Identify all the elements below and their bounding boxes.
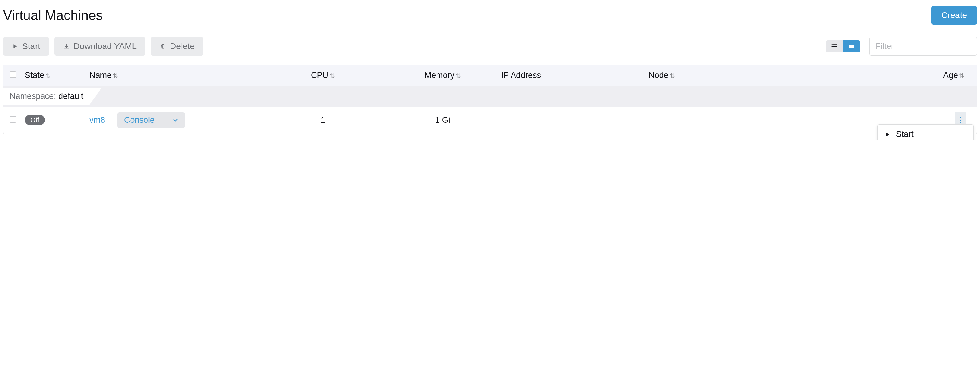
download-icon [63,43,70,49]
column-name[interactable]: Name⇅ [89,71,261,80]
delete-button-label: Delete [170,41,195,51]
folder-icon [848,43,855,50]
sort-icon: ⇅ [46,72,51,79]
list-view-button[interactable] [826,40,843,52]
filter-input[interactable] [869,37,977,55]
column-ip[interactable]: IP Address [501,71,649,80]
table-header-row: State⇅ Name⇅ CPU⇅ Memory⇅ IP Address Nod… [3,65,977,86]
namespace-group-header: Namespace: default [3,86,977,106]
chevron-down-icon [173,117,178,123]
play-icon [12,44,18,49]
console-dropdown[interactable]: Console [117,112,185,128]
vm-name-link[interactable]: vm8 [89,116,105,125]
namespace-name: default [58,92,83,101]
sort-icon: ⇅ [670,72,675,79]
column-age[interactable]: Age⇅ [778,71,970,80]
create-button[interactable]: Create [931,6,977,25]
sort-icon: ⇅ [959,72,964,79]
page-title: Virtual Machines [3,8,103,23]
start-button[interactable]: Start [3,37,49,55]
start-button-label: Start [22,41,40,51]
select-all-checkbox[interactable] [10,71,16,78]
column-cpu[interactable]: CPU⇅ [261,71,384,80]
vm-cpu: 1 [261,116,384,125]
sort-icon: ⇅ [113,72,118,79]
list-icon [831,43,838,50]
menu-start[interactable]: Start [878,125,973,140]
folder-view-button[interactable] [843,40,860,52]
vm-memory: 1 Gi [384,116,501,125]
column-state[interactable]: State⇅ [25,71,89,80]
column-node[interactable]: Node⇅ [649,71,778,80]
create-button-label: Create [941,10,967,20]
column-memory[interactable]: Memory⇅ [384,71,501,80]
kebab-icon: ⋮ [957,116,964,124]
row-context-menu: Start Take Backup Take VM Snapshot Add V… [877,124,974,140]
sort-icon: ⇅ [329,72,335,79]
download-yaml-label: Download YAML [73,41,137,51]
state-badge: Off [25,115,45,125]
view-toggle [826,40,860,52]
sort-icon: ⇅ [456,72,461,79]
play-icon [885,132,891,137]
delete-button[interactable]: Delete [151,37,204,55]
download-yaml-button[interactable]: Download YAML [54,37,145,55]
row-checkbox[interactable] [10,116,16,123]
console-label: Console [124,116,154,125]
table-row: Off vm8 Console 1 1 Gi ⋮ Start [3,106,977,134]
trash-icon [159,44,166,49]
namespace-prefix: Namespace: [3,92,58,101]
vm-table: State⇅ Name⇅ CPU⇅ Memory⇅ IP Address Nod… [3,65,977,134]
